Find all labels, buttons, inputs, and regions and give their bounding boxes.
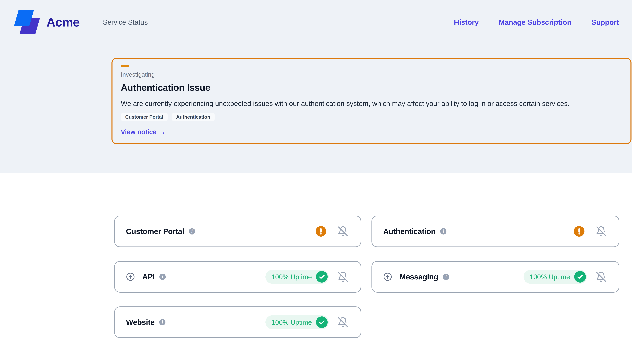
- service-card-authentication: Authenticationi: [371, 216, 619, 247]
- service-status-cluster: [316, 226, 349, 237]
- bell-off-icon[interactable]: [596, 226, 607, 237]
- service-status-cluster: [574, 226, 607, 237]
- service-status-cluster: 100% Uptime: [265, 315, 349, 329]
- main-nav: History Manage Subscription Support Subs…: [434, 12, 632, 32]
- affected-components-tags: Customer PortalAuthentication: [121, 113, 622, 121]
- service-name: Customer Portal: [126, 227, 184, 236]
- view-notice-link[interactable]: View notice →: [121, 128, 166, 136]
- service-card-api: APIi100% Uptime: [114, 261, 361, 292]
- nav-link-manage-subscription[interactable]: Manage Subscription: [499, 18, 571, 26]
- check-icon: [316, 316, 328, 328]
- info-icon[interactable]: i: [189, 228, 195, 234]
- view-notice-label: View notice: [121, 128, 156, 136]
- incident-status: Investigating: [121, 71, 622, 78]
- services-grid: Customer PortaliAuthenticationiAPIi100% …: [114, 173, 619, 338]
- warning-icon: [574, 226, 584, 237]
- uptime-badge: 100% Uptime: [265, 315, 329, 329]
- service-status-cluster: 100% Uptime: [265, 270, 349, 284]
- bell-off-icon[interactable]: [596, 271, 607, 282]
- service-name: API: [142, 272, 155, 281]
- incident-title: Authentication Issue: [121, 82, 622, 93]
- info-icon[interactable]: i: [443, 274, 449, 280]
- service-card-messaging: Messagingi100% Uptime: [371, 261, 619, 292]
- info-icon[interactable]: i: [440, 228, 447, 234]
- brand: Acme Service Status: [14, 10, 148, 35]
- page-title: Service Status: [103, 18, 148, 26]
- header: Acme Service Status History Manage Subsc…: [0, 0, 632, 44]
- status-accent-dash: [121, 65, 129, 67]
- expand-icon[interactable]: [383, 272, 392, 281]
- check-icon: [574, 271, 586, 282]
- nav-link-history[interactable]: History: [454, 18, 479, 26]
- acme-logo-icon: [14, 10, 41, 35]
- incident-alert-card: Investigating Authentication Issue We ar…: [111, 58, 631, 144]
- warning-icon: [316, 226, 326, 237]
- component-tag: Customer Portal: [121, 113, 168, 121]
- uptime-label: 100% Uptime: [530, 273, 570, 281]
- bell-off-icon[interactable]: [337, 317, 348, 328]
- services-section: Customer PortaliAuthenticationiAPIi100% …: [0, 173, 632, 338]
- service-status-cluster: 100% Uptime: [524, 270, 607, 284]
- uptime-label: 100% Uptime: [272, 318, 312, 326]
- incident-description: We are currently experiencing unexpected…: [121, 100, 622, 108]
- uptime-badge: 100% Uptime: [265, 270, 329, 284]
- check-icon: [316, 271, 328, 282]
- brand-name: Acme: [46, 15, 80, 30]
- bell-off-icon[interactable]: [337, 226, 348, 237]
- uptime-label: 100% Uptime: [272, 273, 312, 281]
- nav-link-support[interactable]: Support: [591, 18, 619, 26]
- service-card-customer-portal: Customer Portali: [114, 216, 361, 247]
- uptime-badge: 100% Uptime: [524, 270, 587, 284]
- service-card-website: Websitei100% Uptime: [114, 306, 361, 338]
- service-name: Messaging: [399, 272, 438, 281]
- bell-off-icon[interactable]: [337, 271, 348, 282]
- component-tag: Authentication: [172, 113, 215, 121]
- service-name: Authentication: [383, 227, 436, 236]
- service-name: Website: [126, 318, 155, 327]
- info-icon[interactable]: i: [159, 274, 166, 280]
- arrow-right-icon: →: [159, 128, 166, 136]
- top-section: Acme Service Status History Manage Subsc…: [0, 0, 632, 173]
- expand-icon[interactable]: [126, 272, 135, 281]
- info-icon[interactable]: i: [159, 319, 166, 326]
